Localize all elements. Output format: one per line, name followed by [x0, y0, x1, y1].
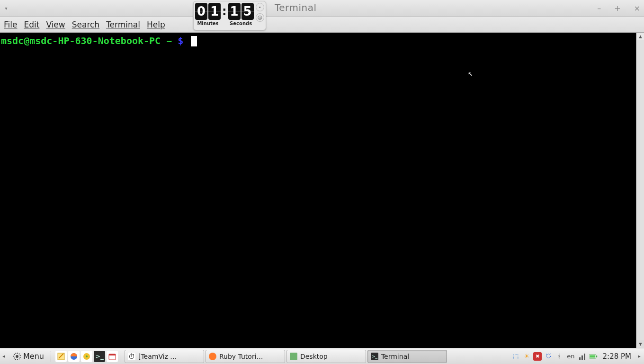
system-tray: ⬚ ☀ ✖ 🛡 ᚼ en 2:28 PM ▸ — [511, 349, 643, 364]
tray-battery-icon[interactable] — [589, 352, 598, 361]
launcher-calendar-icon[interactable] — [107, 351, 118, 362]
svg-rect-7 — [581, 355, 583, 360]
taskbar-scroll-left[interactable]: ◂ — [1, 349, 7, 364]
menu-view[interactable]: View — [46, 20, 65, 29]
start-menu-label: Menu — [23, 352, 44, 361]
window-maximize-button[interactable]: + — [614, 4, 620, 13]
menu-edit[interactable]: Edit — [24, 20, 39, 29]
window-close-button[interactable]: × — [634, 4, 640, 13]
menu-search[interactable]: Search — [72, 20, 99, 29]
tray-update-icon[interactable]: ✖ — [533, 352, 542, 361]
task-desktop[interactable]: Desktop — [286, 350, 366, 363]
timer-colon: : — [222, 5, 227, 18]
scrollbar-down-arrow-icon[interactable]: ▼ — [637, 340, 644, 348]
timer-mood-icon[interactable]: ☺ — [256, 13, 264, 22]
task-firefox[interactable]: Ruby Tutori… — [206, 350, 285, 363]
text-cursor — [191, 36, 197, 46]
tray-bluetooth-icon[interactable]: ᚼ — [555, 352, 564, 361]
tray-network-icon[interactable] — [578, 352, 587, 361]
task-label: Terminal — [381, 353, 409, 360]
scrollbar-track[interactable] — [637, 40, 644, 340]
task-label: Ruby Tutori… — [219, 353, 263, 360]
launcher-firefox-icon[interactable] — [68, 351, 80, 362]
launcher-terminal-icon[interactable]: >_ — [94, 351, 105, 362]
pomodoro-timer-widget[interactable]: 0 1 Minutes : 1 5 Seconds • ☺ — [193, 1, 266, 30]
gear-icon — [13, 353, 21, 360]
tray-dropbox-icon[interactable]: ⬚ — [511, 352, 520, 361]
terminal-viewport[interactable]: msdc@msdc-HP-630-Notebook-PC ~ $ ↖ — [0, 33, 636, 348]
window-titlebar: ▾ Terminal – + × — [0, 0, 644, 17]
timer-minutes-label: Minutes — [197, 21, 218, 26]
prompt-path: ~ — [166, 35, 172, 46]
menu-help[interactable]: Help — [147, 20, 165, 29]
timer-seconds-label: Seconds — [230, 21, 252, 26]
timer-minutes-d1: 0 — [195, 3, 207, 20]
window-minimize-button[interactable]: – — [597, 4, 601, 13]
svg-rect-8 — [584, 354, 585, 360]
prompt-user-host: msdc@msdc-HP-630-Notebook-PC — [1, 35, 161, 46]
window-title: Terminal — [275, 2, 317, 13]
tray-clock[interactable]: 2:28 PM — [600, 352, 634, 361]
taskbar: ◂ Menu >_ ⏱ [TeamViz … Ruby Tutori… — [0, 348, 644, 364]
tray-weather-icon[interactable]: ☀ — [522, 352, 531, 361]
titlebar-appmenu-arrow[interactable]: ▾ — [0, 0, 12, 16]
timer-minutes-d2: 1 — [208, 3, 221, 20]
mouse-cursor-icon: ↖ — [468, 67, 473, 79]
quick-launchers: >_ — [55, 351, 118, 362]
timer-minutes: 0 1 Minutes — [195, 3, 221, 26]
svg-rect-11 — [596, 355, 597, 357]
task-terminal[interactable]: >_ Terminal — [367, 350, 447, 363]
prompt-dollar: $ — [178, 35, 183, 46]
menubar: File Edit View Search Terminal Help — [0, 17, 644, 33]
menu-terminal[interactable]: Terminal — [106, 20, 140, 29]
window-controls: – + × — [597, 0, 640, 16]
svg-point-3 — [86, 355, 88, 357]
task-teamviz[interactable]: ⏱ [TeamViz … — [125, 350, 204, 363]
svg-rect-6 — [579, 357, 581, 360]
tray-keyboard-layout[interactable]: en — [566, 353, 575, 360]
menu-file[interactable]: File — [4, 20, 17, 29]
separator — [120, 351, 123, 362]
launcher-notes-icon[interactable] — [55, 351, 67, 362]
task-buttons: ⏱ [TeamViz … Ruby Tutori… Desktop >_ Ter… — [125, 350, 447, 363]
separator — [51, 351, 54, 362]
svg-rect-5 — [109, 354, 116, 355]
timer-status-indicator-top[interactable]: • — [256, 3, 264, 11]
timer-seconds: 1 5 Seconds — [228, 3, 254, 26]
taskbar-scroll-right[interactable]: ▸ — [636, 349, 642, 364]
launcher-music-icon[interactable] — [81, 351, 92, 362]
tray-shield-icon[interactable]: 🛡 — [544, 352, 553, 361]
task-label: Desktop — [300, 353, 328, 360]
timer-seconds-d2: 5 — [242, 3, 254, 20]
vertical-scrollbar[interactable]: ▲ ▼ — [636, 33, 644, 348]
svg-rect-10 — [590, 355, 595, 357]
task-label: [TeamViz … — [138, 353, 177, 360]
start-menu-button[interactable]: Menu — [9, 350, 49, 363]
scrollbar-up-arrow-icon[interactable]: ▲ — [637, 33, 644, 40]
timer-seconds-d1: 1 — [228, 3, 241, 20]
